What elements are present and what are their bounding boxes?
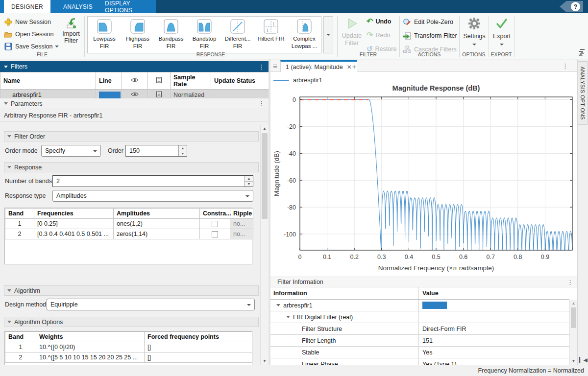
number-of-bands-spinner[interactable]: 2 ▲▼ xyxy=(52,175,253,187)
info-row-filter[interactable]: arbrespfir1 xyxy=(270,300,569,311)
weights-cell[interactable]: 10.^([5 5 10 10 15 15 20 20 25 25 ... xyxy=(36,352,145,363)
amplitudes-cell[interactable]: zeros(1,14) xyxy=(114,229,200,239)
collapse-parameters-icon[interactable] xyxy=(4,102,8,105)
complex-lowpass-fir-button[interactable]: ComplexLowpas ... xyxy=(288,17,321,53)
response-gallery-dropdown[interactable] xyxy=(323,16,333,53)
transform-filter-button[interactable]: Transform Filter xyxy=(403,31,457,40)
info-row-filter-structure[interactable]: Filter Structure Direct-Form FIR xyxy=(270,323,569,335)
design-method-dropdown[interactable]: Equiripple xyxy=(47,299,255,310)
frequencies-cell[interactable]: [0 0.25] xyxy=(34,219,114,229)
constrained-checkbox[interactable] xyxy=(212,231,218,237)
order-spinner-buttons[interactable]: ▲▼ xyxy=(178,145,187,156)
tree-collapse-icon[interactable] xyxy=(286,316,290,318)
magnitude-display-tab[interactable]: 1 (active): Magnitude ✕ xyxy=(280,60,357,72)
col-frequencies[interactable]: Frequencies xyxy=(34,209,114,219)
frequencies-cell[interactable]: [0.3 0.4 0.401 0.5 0.501 ... xyxy=(34,229,114,239)
tab-analysis[interactable]: ANALYSIS xyxy=(55,0,101,13)
col-information[interactable]: Information xyxy=(270,287,419,299)
scroll-up-arrow[interactable]: ▲ xyxy=(570,300,577,307)
col-update-status[interactable]: Update Status xyxy=(211,72,269,90)
new-session-button[interactable]: New Session xyxy=(4,17,51,27)
display-menu-icon[interactable]: ⋮ xyxy=(562,63,568,69)
bands-spinner-buttons[interactable]: ▲▼ xyxy=(245,176,253,187)
constrained-cell[interactable] xyxy=(200,229,230,239)
redo-button[interactable]: ↷ Redo xyxy=(367,32,390,39)
info-row-fir-digital-filter[interactable]: FIR Digital Filter (real) xyxy=(270,311,569,323)
col-weights[interactable]: Weights xyxy=(36,332,145,342)
export-button[interactable]: Export xyxy=(490,17,514,48)
amplitudes-cell[interactable]: ones(1,2) xyxy=(114,219,200,229)
constrained-cell[interactable] xyxy=(200,219,230,229)
help-button[interactable]: ? xyxy=(560,1,583,12)
highpass-fir-button[interactable]: HighpassFIR xyxy=(121,17,154,53)
band-cell[interactable]: 2 xyxy=(5,352,36,363)
algorithm-section-header[interactable]: Algorithm xyxy=(4,285,259,296)
col-band[interactable]: Band xyxy=(5,332,36,342)
col-constrained[interactable]: Constra... xyxy=(200,209,230,219)
band-cell[interactable]: 2 xyxy=(5,229,34,239)
update-filter-button[interactable]: UpdateFilter xyxy=(339,17,365,47)
bandpass-fir-button[interactable]: BandpassFIR xyxy=(154,17,188,53)
save-session-dropdown[interactable] xyxy=(55,46,59,47)
col-ripple[interactable]: Ripple xyxy=(230,209,253,219)
band-cell[interactable]: 1 xyxy=(5,342,36,352)
col-band[interactable]: Band xyxy=(5,209,34,219)
weights-cell[interactable]: 10.^([0 0]/20) xyxy=(36,342,145,352)
open-session-button[interactable]: Open Session xyxy=(4,29,54,39)
settings-button[interactable]: Settings xyxy=(461,17,488,48)
filter-info-menu-icon[interactable]: ⋮ xyxy=(567,279,573,285)
collapse-filters-icon[interactable] xyxy=(4,66,8,68)
order-spinner[interactable]: 150 ▲▼ xyxy=(125,145,187,157)
add-display-tab-button[interactable]: + xyxy=(348,62,361,71)
col-properties[interactable] xyxy=(148,72,171,90)
filters-menu-icon[interactable]: ⋮ xyxy=(258,64,265,70)
scroll-down-arrow[interactable]: ▼ xyxy=(570,357,577,365)
scrollbar-thumb[interactable] xyxy=(262,133,268,219)
parameters-scrollbar[interactable]: ▲ ▼ xyxy=(260,125,269,365)
scrollbar-thumb[interactable] xyxy=(571,307,576,328)
col-line[interactable]: Line xyxy=(96,72,122,90)
algorithm-options-section-header[interactable]: Algorithm Options xyxy=(4,317,259,327)
tab-display-options[interactable]: DISPLAY OPTIONS xyxy=(105,0,156,13)
ripple-cell[interactable]: no... xyxy=(230,229,253,239)
order-mode-dropdown[interactable]: Specify xyxy=(41,145,101,157)
info-row-stable[interactable]: Stable Yes xyxy=(270,347,569,358)
forced-points-cell[interactable]: [] xyxy=(145,342,253,352)
parameters-menu-icon[interactable]: ⋮ xyxy=(258,100,265,107)
design-method-label: Design method xyxy=(5,301,46,308)
edit-pole-zero-button[interactable]: Edit Pole-Zero xyxy=(403,18,453,26)
tree-collapse-icon[interactable] xyxy=(276,304,280,306)
info-row-filter-length[interactable]: Filter Length 151 xyxy=(270,335,569,347)
col-visibility[interactable] xyxy=(122,72,148,90)
ripple-cell[interactable]: no... xyxy=(230,219,253,229)
scroll-up-arrow[interactable]: ▲ xyxy=(261,125,269,132)
constrained-checkbox[interactable] xyxy=(212,221,218,227)
lowpass-fir-button[interactable]: LowpassFIR xyxy=(88,17,121,53)
bandstop-fir-button[interactable]: BandstopFIR xyxy=(188,17,221,53)
save-session-button[interactable]: Save Session xyxy=(4,42,59,51)
differentiator-fir-button[interactable]: Different...FIR xyxy=(221,17,254,53)
export-group-label: EXPORT xyxy=(489,51,514,57)
hilbert-fir-button[interactable]: j -j Hilbert FIR xyxy=(254,17,288,53)
forced-points-cell[interactable]: [] xyxy=(145,352,253,363)
info-row-linear-phase[interactable]: Linear Phase Yes (Type 1) xyxy=(270,358,569,365)
col-value[interactable]: Value xyxy=(419,287,569,299)
collapse-panel-button[interactable] xyxy=(579,49,586,55)
scroll-down-arrow[interactable]: ▼ xyxy=(261,357,269,365)
response-section-header[interactable]: Response xyxy=(4,162,259,172)
col-name[interactable]: Name xyxy=(0,72,96,90)
col-amplitudes[interactable]: Amplitudes xyxy=(114,209,200,219)
band-cell[interactable]: 1 xyxy=(5,219,34,229)
filter-order-section-header[interactable]: Filter Order xyxy=(4,131,259,141)
col-forced-frequency-points[interactable]: Forced frequency points xyxy=(145,332,253,342)
tab-list-icon[interactable]: ☰ xyxy=(270,60,280,72)
tab-designer[interactable]: DESIGNER xyxy=(4,0,50,13)
col-sample-rate[interactable]: Sample Rate xyxy=(171,72,211,90)
magnitude-response-plot[interactable]: 00.10.20.30.40.50.60.70.80.90-20-40-60-8… xyxy=(270,74,577,276)
analysis-options-vertical-tab[interactable]: ANALYSIS OPTIONS xyxy=(578,61,588,125)
response-type-dropdown[interactable]: Amplitudes xyxy=(52,190,253,202)
line-color-swatch[interactable] xyxy=(99,92,121,98)
undo-button[interactable]: ↶ Undo xyxy=(367,18,391,25)
dock-panel-icon[interactable]: ▎◀ xyxy=(579,357,588,363)
filter-info-scrollbar[interactable]: ▲ ▼ xyxy=(569,300,577,365)
